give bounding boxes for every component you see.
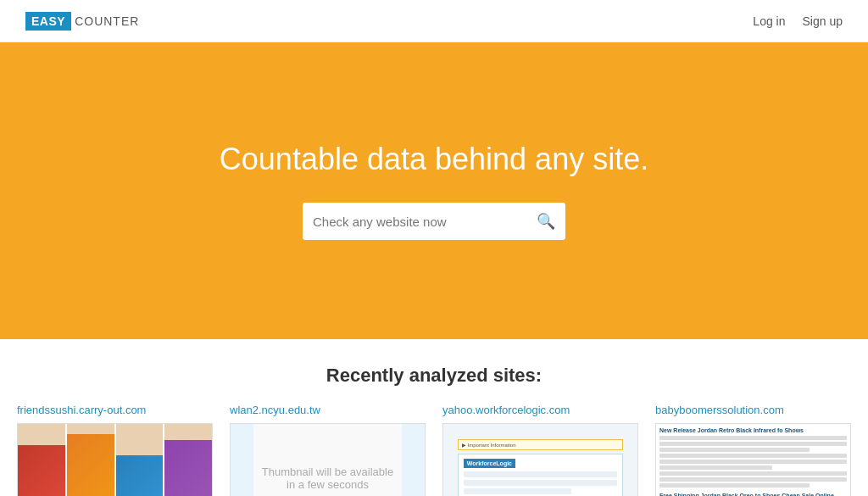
search-bar: 🔍 <box>303 203 565 240</box>
site-link-2[interactable]: wlan2.ncyu.edu.tw <box>230 404 426 416</box>
site-card-3: yahoo.workforcelogic.com ▶ Important Inf… <box>442 404 638 496</box>
search-input[interactable] <box>313 215 537 229</box>
workforce-field-3 <box>464 488 571 494</box>
clothes-col-1 <box>18 424 65 496</box>
baby-line-7 <box>659 471 847 476</box>
workforce-alert: ▶ Important Information <box>458 439 623 450</box>
site-thumb-2: Thumbnail will be available in a few sec… <box>230 423 426 496</box>
clothes-grid <box>18 424 212 496</box>
hero-title: Countable data behind any site. <box>220 142 648 177</box>
baby-line-9 <box>659 483 810 488</box>
logo: EASY COUNTER <box>25 12 139 31</box>
sites-grid: friendssushi.carry-out.com <box>17 404 851 496</box>
hero-section: Countable data behind any site. 🔍 <box>0 42 868 339</box>
site-thumb-1: GALLERY SUMMER 2013 <box>17 423 213 496</box>
signup-link[interactable]: Sign up <box>803 14 843 28</box>
clothes-col-2 <box>67 424 114 496</box>
clothes-col-4 <box>164 424 212 496</box>
site-link-1[interactable]: friendssushi.carry-out.com <box>17 404 213 416</box>
site-card-2: wlan2.ncyu.edu.tw Thumbnail will be avai… <box>230 404 426 496</box>
site-thumb-4: New Release Jordan Retro Black Infrared … <box>655 423 851 496</box>
site-thumb-3: ▶ Important Information WorkforceLogic L… <box>442 423 638 496</box>
baby-line-5 <box>659 460 847 464</box>
clothes-item-3 <box>116 455 164 496</box>
recent-section: Recently analyzed sites: friendssushi.ca… <box>0 339 868 496</box>
login-link[interactable]: Log in <box>753 14 785 28</box>
header-nav: Log in Sign up <box>753 14 843 28</box>
baby-title: New Release Jordan Retro Black Infrared … <box>659 427 847 433</box>
logo-counter: COUNTER <box>75 14 139 28</box>
search-icon[interactable]: 🔍 <box>537 212 555 231</box>
clothes-item-2 <box>67 434 114 496</box>
logo-easy: EASY <box>25 12 71 31</box>
clothes-item-1 <box>18 445 65 496</box>
baby-line-4 <box>659 454 847 458</box>
clothes-item-4 <box>164 440 212 496</box>
site-card-1: friendssushi.carry-out.com <box>17 404 213 496</box>
workforce-box: WorkforceLogic Login <box>458 454 623 496</box>
site-link-4[interactable]: babyboomerssolution.com <box>655 404 851 416</box>
baby-subtitle-area: Free Shipping Jordan Black Oreo to Shoes… <box>659 493 847 496</box>
recent-title: Recently analyzed sites: <box>17 365 851 387</box>
pending-line1: Thumbnail will be available <box>262 465 393 478</box>
baby-line-1 <box>659 436 847 440</box>
baby-subtitle: Free Shipping Jordan Black Oreo to Shoes… <box>659 493 847 496</box>
pending-thumbnail: Thumbnail will be available in a few sec… <box>253 424 402 496</box>
baby-text-lines <box>659 436 847 488</box>
workforce-logo: WorkforceLogic <box>464 459 617 468</box>
site-link-3[interactable]: yahoo.workforcelogic.com <box>442 404 638 416</box>
site-card-4: babyboomerssolution.com New Release Jord… <box>655 404 851 496</box>
workforce-field-2 <box>464 480 617 486</box>
pending-line2: in a few seconds <box>287 478 369 491</box>
workforce-logo-text: WorkforceLogic <box>464 459 515 468</box>
baby-line-3 <box>659 448 810 452</box>
workforce-alert-text: ▶ Important Information <box>462 443 516 448</box>
clothes-col-3 <box>116 424 164 496</box>
header: EASY COUNTER Log in Sign up <box>0 0 868 42</box>
baby-line-6 <box>659 465 772 470</box>
baby-line-2 <box>659 442 847 446</box>
workforce-field-1 <box>464 471 617 477</box>
baby-line-8 <box>659 477 847 482</box>
